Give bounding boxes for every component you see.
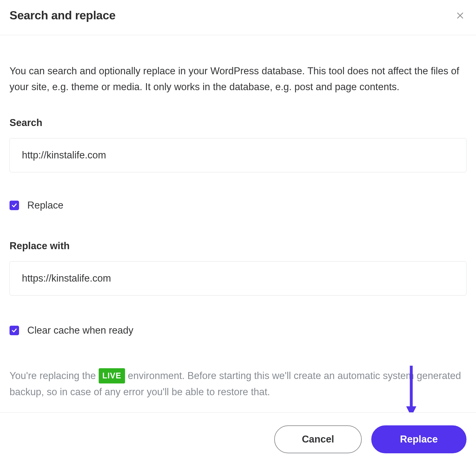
live-badge: LIVE xyxy=(99,368,125,383)
replace-with-input[interactable] xyxy=(10,261,466,296)
environment-warning: You're replacing the LIVE environment. B… xyxy=(10,368,466,400)
cancel-button[interactable]: Cancel xyxy=(274,425,362,453)
description-text: You can search and optionally replace in… xyxy=(10,63,466,95)
clear-cache-checkbox[interactable] xyxy=(10,326,19,335)
replace-with-field-label: Replace with xyxy=(10,240,466,252)
close-button[interactable] xyxy=(454,9,466,22)
search-replace-modal: Search and replace You can search and op… xyxy=(0,0,476,466)
modal-header: Search and replace xyxy=(0,0,476,35)
replace-button[interactable]: Replace xyxy=(371,425,466,453)
search-input[interactable] xyxy=(10,138,466,172)
modal-footer: Cancel Replace xyxy=(0,412,476,466)
replace-checkbox-label: Replace xyxy=(27,200,63,211)
check-icon xyxy=(11,203,17,208)
modal-title: Search and replace xyxy=(10,9,116,22)
modal-body: You can search and optionally replace in… xyxy=(0,35,476,400)
search-field-label: Search xyxy=(10,117,466,129)
check-icon xyxy=(11,328,17,333)
replace-checkbox-row[interactable]: Replace xyxy=(10,200,466,211)
warning-pre-text: You're replacing the xyxy=(10,370,99,381)
clear-cache-checkbox-row[interactable]: Clear cache when ready xyxy=(10,325,466,336)
close-icon xyxy=(456,11,465,20)
replace-checkbox[interactable] xyxy=(10,201,19,210)
clear-cache-checkbox-label: Clear cache when ready xyxy=(27,325,133,336)
